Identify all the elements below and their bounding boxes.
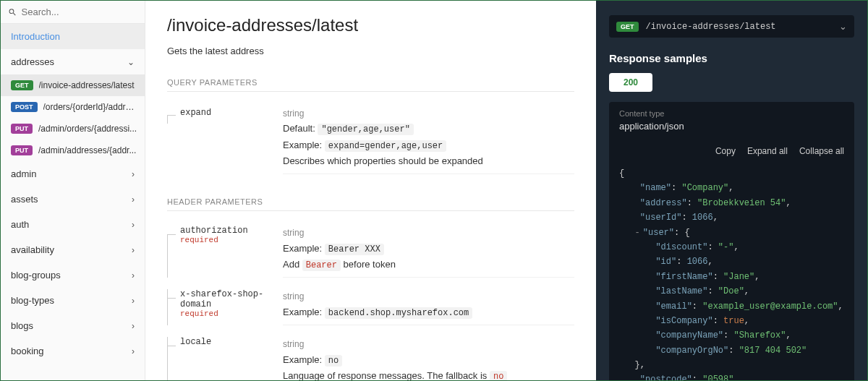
- sidebar-group-booking[interactable]: booking›: [1, 338, 145, 364]
- param-type: string: [283, 289, 574, 304]
- chevron-right-icon: ›: [132, 321, 135, 331]
- json-sample: { "name": "Company", "address": "Brobekk…: [609, 163, 854, 380]
- chevron-right-icon: ›: [132, 169, 135, 179]
- sidebar-group-auth[interactable]: auth›: [1, 212, 145, 237]
- endpoint-label: /admin/addresses/{addr...: [38, 145, 136, 155]
- endpoint-title: /invoice-addresses/latest: [167, 15, 574, 35]
- method-badge-post: POST: [11, 102, 38, 112]
- header-params-title: HEADER PARAMETERS: [167, 197, 574, 211]
- sidebar-endpoint-1[interactable]: POST /orders/{orderId}/addres...: [1, 96, 145, 118]
- sidebar-group-blog-types[interactable]: blog-types›: [1, 288, 145, 313]
- param-expand: expand string Default: "gender,age,user"…: [167, 100, 574, 180]
- param-name: x-sharefox-shop-domain: [180, 289, 283, 309]
- method-badge-put: PUT: [11, 145, 33, 155]
- endpoint-path: /invoice-addresses/latest: [646, 22, 839, 32]
- required-label: required: [180, 309, 283, 318]
- sidebar-group-label: blog-groups: [11, 270, 61, 281]
- param-locale: locale string Example: no Language of re…: [167, 331, 574, 380]
- endpoint-bar[interactable]: GET /invoice-addresses/latest ⌄: [609, 15, 854, 38]
- method-badge-put: PUT: [11, 124, 33, 134]
- endpoint-label: /admin/orders/{addressi...: [38, 124, 137, 134]
- param-shop-domain: x-sharefox-shop-domain required string E…: [167, 283, 574, 331]
- code-actions: Copy Expand all Collapse all: [609, 139, 854, 163]
- param-authorization: authorization required string Example: B…: [167, 220, 574, 283]
- search-icon: [8, 7, 17, 17]
- search-input[interactable]: [22, 7, 137, 17]
- content-type-box: Content type application/json: [609, 102, 854, 139]
- param-example: backend.shop.mysharefox.com: [325, 307, 472, 319]
- search-box[interactable]: [1, 1, 145, 24]
- content-type-label: Content type: [619, 109, 844, 118]
- sidebar-group-assets[interactable]: assets›: [1, 187, 145, 212]
- endpoint-label: /invoice-addresses/latest: [39, 80, 135, 90]
- sidebar-group-label: assets: [11, 194, 38, 205]
- chevron-down-icon: ⌄: [839, 21, 847, 32]
- example-label: Example:: [283, 243, 322, 254]
- main-content: /invoice-addresses/latest Gets the lates…: [145, 1, 596, 380]
- sidebar-endpoint-3[interactable]: PUT /admin/addresses/{addr...: [1, 140, 145, 161]
- collapse-all-button[interactable]: Collapse all: [799, 146, 844, 156]
- expand-all-button[interactable]: Expand all: [747, 146, 788, 156]
- method-badge-get: GET: [11, 80, 33, 90]
- query-params-title: QUERY PARAMETERS: [167, 78, 574, 92]
- param-desc-pre: Add: [283, 259, 302, 270]
- param-desc-pre: Language of response messages. The fallb…: [283, 370, 490, 380]
- sidebar-group-blog-groups[interactable]: blog-groups›: [1, 262, 145, 288]
- param-type: string: [283, 226, 574, 240]
- status-tab-200[interactable]: 200: [609, 73, 652, 92]
- sidebar-group-label: blogs: [11, 320, 33, 331]
- sidebar-intro[interactable]: Introduction: [1, 24, 145, 49]
- param-name: locale: [180, 337, 283, 347]
- sidebar-group-availability[interactable]: availability›: [1, 237, 145, 262]
- param-desc-code: no: [490, 371, 507, 380]
- sidebar-endpoint-0[interactable]: GET /invoice-addresses/latest: [1, 74, 145, 96]
- method-badge-get: GET: [616, 22, 639, 32]
- endpoint-label: /orders/{orderId}/addres...: [43, 102, 137, 112]
- content-type-value: application/json: [619, 121, 844, 132]
- param-desc-post: before token: [341, 259, 396, 270]
- example-label: Example:: [283, 354, 322, 365]
- chevron-right-icon: ›: [132, 296, 135, 306]
- param-example: no: [325, 355, 342, 367]
- header-params: authorization required string Example: B…: [167, 220, 574, 380]
- chevron-right-icon: ›: [132, 346, 135, 356]
- sidebar-group-label: addresses: [11, 56, 54, 67]
- default-label: Default:: [283, 123, 315, 134]
- endpoint-description: Gets the latest address: [167, 46, 574, 56]
- param-type: string: [283, 106, 574, 121]
- chevron-down-icon: ⌄: [127, 57, 135, 67]
- sidebar-group-addresses[interactable]: addresses ⌄: [1, 49, 145, 74]
- param-type: string: [283, 337, 574, 351]
- param-example: expand=gender,age,user: [325, 140, 446, 152]
- sidebar: Introduction addresses ⌄ GET /invoice-ad…: [1, 1, 145, 380]
- sidebar-group-label: auth: [11, 219, 29, 230]
- sidebar-group-label: admin: [11, 168, 36, 179]
- sidebar-intro-label: Introduction: [11, 31, 60, 42]
- sidebar-group-label: blog-types: [11, 295, 54, 306]
- param-desc-code: Bearer: [302, 260, 341, 271]
- param-name: expand: [180, 108, 211, 118]
- required-label: required: [180, 236, 283, 244]
- example-label: Example:: [283, 140, 322, 150]
- sidebar-endpoint-2[interactable]: PUT /admin/orders/{addressi...: [1, 118, 145, 140]
- sidebar-group-label: availability: [11, 244, 54, 255]
- example-label: Example:: [283, 307, 322, 317]
- param-example: Bearer XXX: [325, 244, 384, 255]
- param-desc: Describes which properties should be exp…: [283, 153, 574, 169]
- query-params: expand string Default: "gender,age,user"…: [167, 100, 574, 180]
- chevron-right-icon: ›: [132, 220, 135, 230]
- samples-panel: GET /invoice-addresses/latest ⌄ Response…: [596, 1, 867, 380]
- sidebar-group-label: booking: [11, 346, 44, 356]
- sidebar-group-blogs[interactable]: blogs›: [1, 313, 145, 338]
- chevron-right-icon: ›: [132, 245, 135, 255]
- param-default: "gender,age,user": [318, 124, 413, 135]
- chevron-right-icon: ›: [132, 270, 135, 281]
- param-name: authorization: [180, 226, 283, 236]
- chevron-right-icon: ›: [132, 194, 135, 205]
- sidebar-group-admin[interactable]: admin›: [1, 161, 145, 187]
- samples-title: Response samples: [609, 52, 854, 64]
- copy-button[interactable]: Copy: [715, 146, 736, 156]
